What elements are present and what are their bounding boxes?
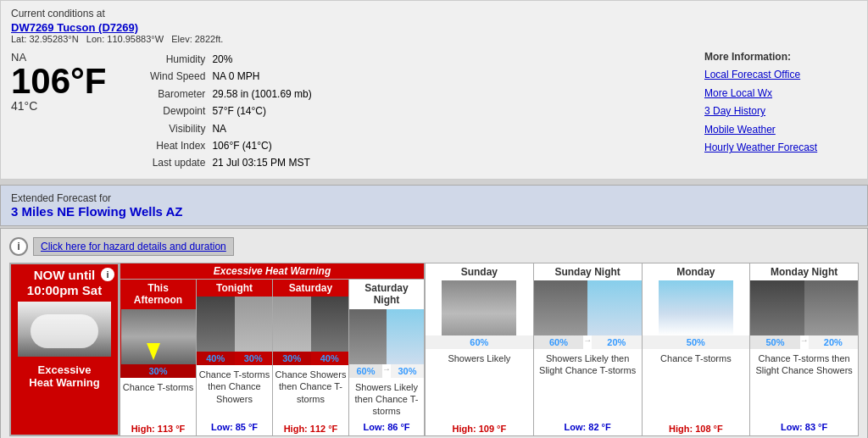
hazard-info-icon: i xyxy=(9,237,28,256)
period-temp-low: Low: 85 °F xyxy=(197,420,272,435)
period-tonight: Tonight 40% 30% Chance T-storms then Cha… xyxy=(196,279,272,437)
split-img-right xyxy=(387,309,424,364)
period-temp-high: High: 113 °F xyxy=(120,422,196,435)
split-img-left xyxy=(273,297,311,352)
conditions-details: Humidity 20% Wind Speed NA 0 MPH Baromet… xyxy=(113,51,687,172)
period-sunday-night: Sunday Night 60% → 20% Showers Likely th… xyxy=(533,263,642,437)
extended-forecast-label: Extended Forecast for xyxy=(11,192,857,204)
period-precip: 30% xyxy=(120,364,196,378)
last-update-value: 21 Jul 03:15 PM MST xyxy=(209,154,314,171)
period-desc: Chance T-storms xyxy=(643,349,750,422)
split-img-left xyxy=(534,280,587,335)
forecast-grid: i NOW until10:00pm Sat ExcessiveHeat War… xyxy=(9,263,859,437)
link-3day-history[interactable]: 3 Day History xyxy=(704,103,857,121)
link-hourly-forecast[interactable]: Hourly Weather Forecast xyxy=(704,139,857,158)
period-monday-night: Monday Night 50% → 20% Chance T-storms t… xyxy=(749,263,859,437)
split-precip: 40% 30% xyxy=(197,352,272,365)
link-more-local-wx[interactable]: More Local Wx xyxy=(704,85,857,103)
current-conditions-title: Current conditions at xyxy=(11,8,857,19)
period-precip: 60% xyxy=(426,335,533,349)
period-desc: Chance T-storms xyxy=(120,378,196,423)
forecast-container: i Click here for hazard details and dura… xyxy=(0,228,868,438)
split-precip-right: 30% xyxy=(391,364,424,378)
thunderstorm-image xyxy=(121,309,196,364)
split-precip-left: 60% xyxy=(534,335,583,349)
split-img-right xyxy=(235,297,273,352)
link-local-forecast-office[interactable]: Local Forecast Office xyxy=(704,66,857,85)
station-coords: Lat: 32.95283°N Lon: 110.95883°W Elev: 2… xyxy=(11,34,857,44)
period-precip: 50% xyxy=(643,335,750,349)
period-temp-high: High: 109 °F xyxy=(426,422,533,435)
period-temp-high: High: 112 °F xyxy=(273,422,348,435)
alert-label: ExcessiveHeat Warning xyxy=(29,363,99,389)
temp-celsius: 41°C xyxy=(11,99,113,113)
barometer-label: Barometer xyxy=(147,86,209,103)
period-desc: Showers Likely then Chance T-storms xyxy=(349,378,424,421)
warning-group: Excessive Heat Warning ThisAfternoon 30%… xyxy=(120,263,425,437)
period-saturday-night: Saturday Night 60% → 30% Showers Likely … xyxy=(348,279,425,437)
period-sunday: Sunday 60% Showers Likely High: 109 °F xyxy=(425,263,533,437)
warning-banner: Excessive Heat Warning xyxy=(120,263,425,279)
period-temp-low: Low: 82 °F xyxy=(534,420,642,435)
wind-speed-label: Wind Speed xyxy=(147,68,209,85)
link-mobile-weather[interactable]: Mobile Weather xyxy=(704,121,857,140)
period-split-image xyxy=(750,280,858,335)
split-precip-left: 50% xyxy=(750,335,799,349)
split-precip: 30% 40% xyxy=(273,352,348,365)
period-image xyxy=(442,280,516,335)
period-monday: Monday 50% Chance T-storms High: 108 °F xyxy=(642,263,750,437)
hazard-bar: i Click here for hazard details and dura… xyxy=(9,237,859,256)
split-precip-left: 60% xyxy=(349,364,382,378)
period-temp-low: Low: 83 °F xyxy=(750,420,858,435)
period-name: Monday Night xyxy=(769,263,839,280)
period-split-image xyxy=(349,309,424,364)
split-precip-right: 20% xyxy=(592,335,641,349)
period-name: Saturday Night xyxy=(349,280,424,309)
split-img-right xyxy=(311,297,349,352)
temperature-block: NA 106°F 41°C xyxy=(11,51,113,172)
period-image xyxy=(121,309,196,364)
period-split-image xyxy=(273,297,348,352)
visibility-label: Visibility xyxy=(147,120,209,137)
warning-periods: ThisAfternoon 30% Chance T-storms High: … xyxy=(120,279,425,437)
period-split-image xyxy=(534,280,642,335)
split-precip-left: 40% xyxy=(197,352,235,365)
split-img-right xyxy=(804,280,858,335)
period-name: ThisAfternoon xyxy=(132,280,184,309)
period-temp-high: High: 108 °F xyxy=(643,422,750,435)
station-link[interactable]: DW7269 Tucson (D7269) xyxy=(11,21,138,34)
split-precip-right: 30% xyxy=(235,352,273,365)
alert-title: NOW until10:00pm Sat xyxy=(27,268,102,298)
sunny-cloudy-image xyxy=(659,280,733,335)
extended-forecast-location: 3 Miles NE Flowing Wells AZ xyxy=(11,204,857,219)
visibility-value: NA xyxy=(209,120,314,137)
period-split-image xyxy=(197,297,272,352)
period-desc: Chance T-storms then Chance Showers xyxy=(197,365,272,420)
period-desc: Chance Showers then Chance T-storms xyxy=(273,365,348,422)
extended-forecast-header: Extended Forecast for 3 Miles NE Flowing… xyxy=(0,185,868,226)
split-precip-left: 30% xyxy=(273,352,311,365)
alert-image xyxy=(18,302,111,357)
heat-index-value: 106°F (41°C) xyxy=(209,137,314,154)
wind-speed-value: NA 0 MPH xyxy=(209,68,314,85)
split-img-left xyxy=(750,280,804,335)
split-precip-right: 20% xyxy=(809,335,858,349)
split-img-left xyxy=(349,309,387,364)
arrow-icon: → xyxy=(382,364,391,378)
split-img-right xyxy=(587,280,641,335)
more-info-title: More Information: xyxy=(704,51,857,63)
split-img-left xyxy=(197,297,235,352)
split-precip-right: 40% xyxy=(311,352,349,365)
split-precip: 60% → 30% xyxy=(349,364,424,378)
split-precip: 60% → 20% xyxy=(534,335,642,349)
period-desc: Chance T-storms then Slight Chance Showe… xyxy=(750,349,858,420)
split-precip: 50% → 20% xyxy=(750,335,858,349)
alert-info-icon: i xyxy=(101,268,114,281)
heat-index-label: Heat Index xyxy=(147,137,209,154)
hazard-link[interactable]: Click here for hazard details and durati… xyxy=(33,237,234,256)
period-desc: Showers Likely xyxy=(426,349,533,422)
more-info-block: More Information: Local Forecast Office … xyxy=(687,51,857,172)
humidity-value: 20% xyxy=(209,51,314,68)
dewpoint-label: Dewpoint xyxy=(147,103,209,119)
humidity-label: Humidity xyxy=(147,51,209,68)
